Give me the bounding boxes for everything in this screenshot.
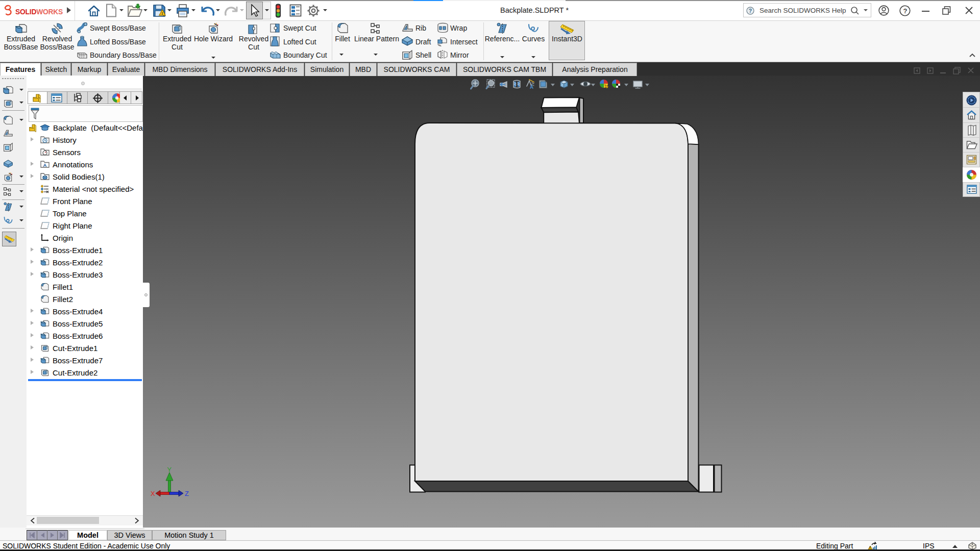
svg-text:A: A [43,162,47,168]
svg-text:A: A [530,84,533,90]
svg-text:X: X [151,490,155,497]
svg-text:Y: Y [167,466,172,473]
svg-text:SOLIDWORKS: SOLIDWORKS [15,8,63,16]
svg-text:!: ! [870,546,871,549]
svg-text:!: ! [161,11,163,16]
svg-text:?: ? [903,7,908,15]
svg-text:?: ? [749,8,752,14]
svg-text:Z: Z [185,490,189,497]
